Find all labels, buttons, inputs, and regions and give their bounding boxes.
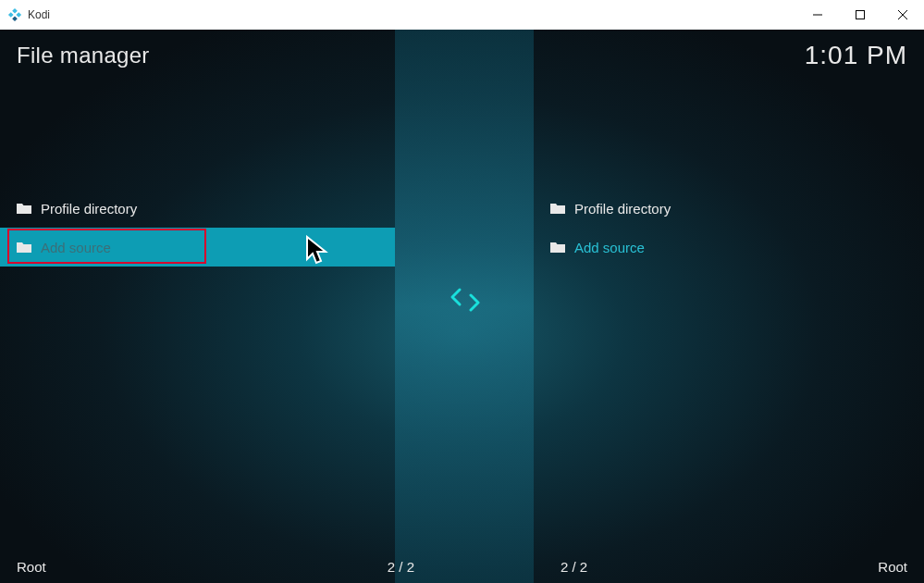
minimize-button[interactable] bbox=[796, 0, 839, 30]
window-controls bbox=[796, 0, 924, 30]
transfer-arrows-icon bbox=[449, 287, 482, 316]
svg-rect-3 bbox=[12, 16, 18, 21]
close-button[interactable] bbox=[881, 0, 924, 30]
screen-title: File manager bbox=[17, 43, 150, 68]
file-list-left: Profile directory Add source bbox=[0, 189, 395, 267]
list-item-label: Profile directory bbox=[574, 201, 671, 217]
footer-left-count: 2 / 2 bbox=[359, 559, 414, 575]
list-item-add-source[interactable]: Add source bbox=[534, 228, 924, 267]
window-titlebar: Kodi bbox=[0, 0, 924, 30]
svg-rect-5 bbox=[856, 11, 865, 19]
footer-left-path: Root bbox=[17, 559, 359, 575]
svg-rect-0 bbox=[12, 8, 18, 14]
file-list-right: Profile directory Add source bbox=[534, 189, 924, 267]
file-pane-right: Profile directory Add source bbox=[534, 85, 924, 546]
folder-icon bbox=[550, 242, 565, 253]
svg-rect-1 bbox=[16, 12, 21, 18]
folder-icon bbox=[17, 242, 31, 253]
app-content: File manager 1:01 PM Profile directory A… bbox=[0, 30, 924, 583]
footer-right-count: 2 / 2 bbox=[561, 559, 616, 575]
clock: 1:01 PM bbox=[805, 41, 907, 70]
list-item-label: Add source bbox=[41, 240, 111, 255]
footer: Root 2 / 2 2 / 2 Root bbox=[0, 550, 924, 583]
list-item[interactable]: Profile directory bbox=[534, 189, 924, 228]
maximize-button[interactable] bbox=[839, 0, 881, 30]
list-item-label: Add source bbox=[574, 240, 645, 255]
list-item-label: Profile directory bbox=[41, 201, 137, 217]
kodi-icon bbox=[7, 7, 22, 22]
list-item[interactable]: Profile directory bbox=[0, 189, 395, 228]
svg-rect-2 bbox=[8, 12, 14, 18]
header: File manager 1:01 PM bbox=[0, 30, 924, 81]
window-title: Kodi bbox=[28, 8, 50, 21]
file-pane-left: Profile directory Add source bbox=[0, 85, 395, 546]
folder-icon bbox=[550, 203, 565, 214]
footer-right-path: Root bbox=[616, 559, 907, 575]
folder-icon bbox=[17, 203, 31, 214]
list-item-add-source[interactable]: Add source bbox=[0, 228, 395, 267]
